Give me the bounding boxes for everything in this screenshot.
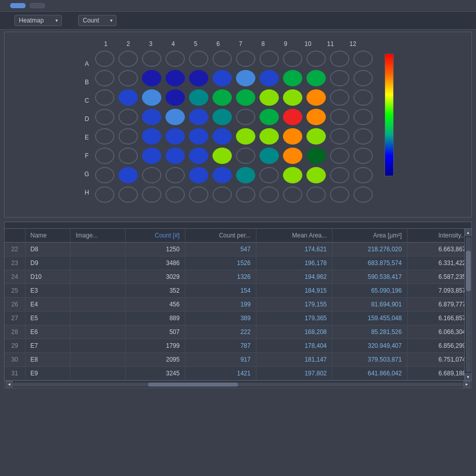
- heatmap-cell-4-4[interactable]: [189, 128, 208, 145]
- scroll-thumb[interactable]: [466, 251, 471, 292]
- table-col-header-6[interactable]: Area [µm²]: [332, 229, 407, 243]
- heatmap-cell-7-7[interactable]: [259, 186, 279, 203]
- heatmap-cell-6-6[interactable]: [236, 167, 255, 183]
- heatmap-cell-4-10[interactable]: [330, 128, 349, 145]
- heatmap-cell-0-10[interactable]: [330, 51, 349, 67]
- heatmap-cell-1-5[interactable]: [212, 70, 232, 86]
- heatmap-cell-7-11[interactable]: [353, 186, 373, 203]
- heatmap-cell-4-8[interactable]: [283, 128, 302, 145]
- heatmap-cell-3-8[interactable]: [283, 109, 302, 125]
- heatmap-cell-6-1[interactable]: [118, 167, 138, 183]
- heatmap-cell-3-9[interactable]: [306, 109, 326, 125]
- heatmap-cell-1-4[interactable]: [189, 70, 208, 86]
- heatmap-cell-1-3[interactable]: [165, 70, 185, 86]
- single-scene-button[interactable]: [30, 3, 45, 8]
- heatmap-cell-4-3[interactable]: [165, 128, 185, 145]
- heatmap-cell-3-6[interactable]: [236, 109, 255, 125]
- heatmap-cell-1-6[interactable]: [236, 70, 255, 86]
- heatmap-cell-4-7[interactable]: [259, 128, 279, 145]
- heatmap-cell-3-2[interactable]: [142, 109, 161, 125]
- heatmap-cell-7-5[interactable]: [212, 186, 232, 203]
- h-scroll-thumb[interactable]: [148, 383, 238, 387]
- heatmap-cell-1-1[interactable]: [118, 70, 138, 86]
- heatmap-cell-6-4[interactable]: [189, 167, 208, 183]
- heatmap-cell-3-0[interactable]: [95, 109, 114, 125]
- table-row[interactable]: 29E71799787178,404320.949,4076.856,299: [5, 339, 471, 353]
- heatmap-cell-4-9[interactable]: [306, 128, 326, 145]
- heatmap-cell-2-2[interactable]: [142, 89, 161, 106]
- heatmap-cell-5-10[interactable]: [330, 148, 349, 164]
- table-col-header-1[interactable]: Name: [25, 229, 70, 243]
- entire-carrier-button[interactable]: [10, 3, 26, 8]
- heatmap-cell-5-9[interactable]: [306, 148, 326, 164]
- table-row[interactable]: 22D81250547174,621218.276,0206.663,867: [5, 243, 471, 256]
- heatmap-cell-1-8[interactable]: [283, 70, 302, 86]
- heatmap-cell-7-10[interactable]: [330, 186, 349, 203]
- heatmap-cell-4-2[interactable]: [142, 128, 161, 145]
- heatmap-cell-5-3[interactable]: [165, 148, 185, 164]
- table-row[interactable]: 31E932451421197,802641.866,0426.689,188: [5, 367, 471, 380]
- heatmap-cell-5-1[interactable]: [118, 148, 138, 164]
- heatmap-cell-2-11[interactable]: [353, 89, 373, 106]
- heatmap-cell-2-1[interactable]: [118, 89, 138, 106]
- heatmap-cell-1-7[interactable]: [259, 70, 279, 86]
- measurement-select-wrapper[interactable]: Count Area Intensity: [78, 15, 116, 26]
- measurement-select[interactable]: Count Area Intensity: [78, 15, 116, 26]
- heatmap-cell-0-8[interactable]: [283, 51, 302, 67]
- heatmap-cell-2-0[interactable]: [95, 89, 114, 106]
- table-col-header-5[interactable]: Mean Area...: [256, 229, 332, 243]
- heatmap-cell-5-2[interactable]: [142, 148, 161, 164]
- table-col-header-7[interactable]: Intensity...: [407, 229, 471, 243]
- table-col-header-0[interactable]: [5, 229, 25, 243]
- heatmap-cell-1-11[interactable]: [353, 70, 373, 86]
- heatmap-cell-7-2[interactable]: [142, 186, 161, 203]
- heatmap-cell-6-11[interactable]: [353, 167, 373, 183]
- heatmap-cell-1-10[interactable]: [330, 70, 349, 86]
- heatmap-cell-2-6[interactable]: [236, 89, 255, 106]
- heatmap-cell-0-1[interactable]: [118, 51, 138, 67]
- heatmap-cell-2-3[interactable]: [165, 89, 185, 106]
- heatmap-cell-0-3[interactable]: [165, 51, 185, 67]
- heatmap-cell-6-7[interactable]: [259, 167, 279, 183]
- heatmap-cell-4-1[interactable]: [118, 128, 138, 145]
- chart-select[interactable]: Heatmap Bar Chart Scatter Plot: [14, 15, 62, 26]
- heatmap-cell-4-6[interactable]: [236, 128, 255, 145]
- heatmap-cell-7-9[interactable]: [306, 186, 326, 203]
- heatmap-cell-4-0[interactable]: [95, 128, 114, 145]
- heatmap-cell-2-10[interactable]: [330, 89, 349, 106]
- heatmap-cell-4-11[interactable]: [353, 128, 373, 145]
- heatmap-cell-3-5[interactable]: [212, 109, 232, 125]
- heatmap-cell-7-3[interactable]: [165, 186, 185, 203]
- heatmap-cell-7-8[interactable]: [283, 186, 302, 203]
- vertical-scrollbar[interactable]: ▲ ▼: [464, 229, 471, 380]
- heatmap-cell-0-5[interactable]: [212, 51, 232, 67]
- heatmap-cell-1-9[interactable]: [306, 70, 326, 86]
- table-row[interactable]: 23D934861526196,178683.875,5746.331,422: [5, 256, 471, 270]
- heatmap-cell-1-2[interactable]: [142, 70, 161, 86]
- heatmap-cell-6-3[interactable]: [165, 167, 185, 183]
- heatmap-cell-7-4[interactable]: [189, 186, 208, 203]
- heatmap-cell-3-3[interactable]: [165, 109, 185, 125]
- table-col-header-3[interactable]: Count [#]: [126, 229, 185, 243]
- table-row[interactable]: 27E5889389179,365159.455,0486.166,857: [5, 312, 471, 325]
- heatmap-cell-4-5[interactable]: [212, 128, 232, 145]
- heatmap-cell-7-0[interactable]: [95, 186, 114, 203]
- scroll-left-button[interactable]: ◄: [6, 381, 13, 388]
- table-row[interactable]: 30E82095917181,147379.503,8716.751,074: [5, 353, 471, 367]
- table-row[interactable]: 24D1030291326194,962590.538,4176.587,235: [5, 270, 471, 284]
- heatmap-cell-2-9[interactable]: [306, 89, 326, 106]
- heatmap-cell-6-2[interactable]: [142, 167, 161, 183]
- heatmap-cell-6-0[interactable]: [95, 167, 114, 183]
- scroll-right-button[interactable]: ►: [463, 381, 470, 388]
- heatmap-cell-0-2[interactable]: [142, 51, 161, 67]
- heatmap-cell-5-4[interactable]: [189, 148, 208, 164]
- heatmap-cell-0-0[interactable]: [95, 51, 114, 67]
- heatmap-cell-0-6[interactable]: [236, 51, 255, 67]
- heatmap-cell-1-0[interactable]: [95, 70, 114, 86]
- horizontal-scrollbar[interactable]: ◄ ►: [5, 380, 471, 388]
- heatmap-cell-2-8[interactable]: [283, 89, 302, 106]
- heatmap-cell-0-11[interactable]: [353, 51, 373, 67]
- heatmap-cell-5-11[interactable]: [353, 148, 373, 164]
- heatmap-cell-3-1[interactable]: [118, 109, 138, 125]
- heatmap-cell-0-7[interactable]: [259, 51, 279, 67]
